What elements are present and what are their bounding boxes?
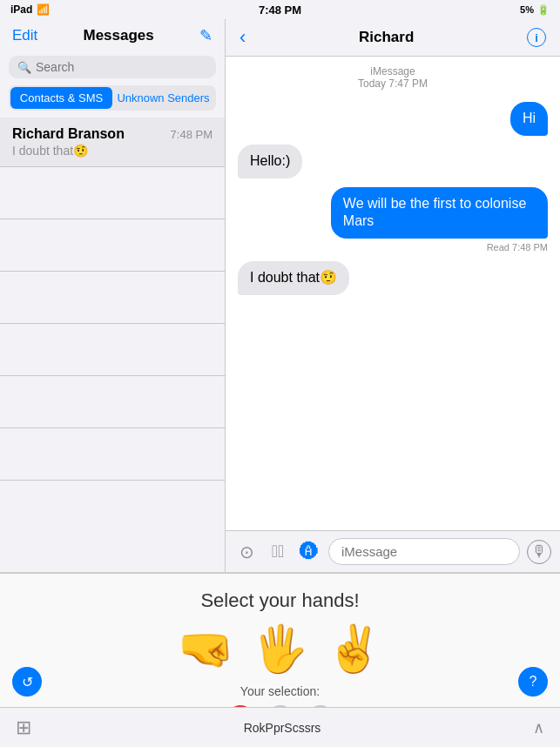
message-input-bar: ⊙ ♡⃝ 🅐 🎙 xyxy=(226,530,560,572)
conversation-item[interactable]: Richard Branson 7:48 PM I doubt that🤨 xyxy=(0,118,225,167)
main-layout: Edit Messages ✎ 🔍 Contacts & SMS Unknown… xyxy=(0,19,560,573)
app-name: RokPprScssrs xyxy=(244,721,321,735)
chevron-up-icon[interactable]: ∧ xyxy=(533,718,544,737)
conversation-preview: I doubt that🤨 xyxy=(12,144,213,158)
back-button[interactable]: ‹ xyxy=(240,26,246,49)
empty-row-2 xyxy=(0,219,225,272)
chat-title: Richard xyxy=(359,29,414,46)
messages-area: iMessageToday 7:47 PM Hi Hello:) We will… xyxy=(226,57,560,530)
tab-contacts-sms[interactable]: Contacts & SMS xyxy=(10,87,112,109)
message-bubble-incoming-hello: Hello:) xyxy=(238,145,302,178)
left-panel: Edit Messages ✎ 🔍 Contacts & SMS Unknown… xyxy=(0,19,226,572)
empty-row-1 xyxy=(0,167,225,219)
hands-row: 🤜 🖐 ✌️ xyxy=(178,622,382,676)
heart-finger-button[interactable]: ♡⃝ xyxy=(266,542,290,562)
wifi-icon: 📶 xyxy=(37,3,50,16)
battery-percent: 5% xyxy=(520,4,534,15)
search-bar: 🔍 xyxy=(9,56,216,78)
message-bubble-outgoing-mars: We will be the first to colonise Mars xyxy=(331,187,548,239)
right-panel: ‹ Richard i iMessageToday 7:47 PM Hi Hel… xyxy=(226,19,560,572)
chat-header: ‹ Richard i xyxy=(226,19,560,57)
status-bar: iPad 📶 7:48 PM 5% 🔋 xyxy=(0,0,560,19)
empty-row-5 xyxy=(0,376,225,428)
empty-row-6 xyxy=(0,428,225,481)
battery-icon: 🔋 xyxy=(537,4,550,16)
ipad-label: iPad xyxy=(10,3,32,16)
mic-button[interactable]: 🎙 xyxy=(527,540,551,564)
hand-peace[interactable]: ✌️ xyxy=(326,622,382,676)
messages-title: Messages xyxy=(84,27,154,44)
empty-row-4 xyxy=(0,324,225,376)
conversation-time: 7:48 PM xyxy=(171,128,213,141)
empty-row-3 xyxy=(0,272,225,324)
search-icon: 🔍 xyxy=(17,61,31,74)
app-bar: ⊞ RokPprScssrs ∧ xyxy=(0,707,560,747)
status-left: iPad 📶 xyxy=(10,3,50,16)
message-meta: iMessageToday 7:47 PM xyxy=(238,65,548,90)
conversation-list: Richard Branson 7:48 PM I doubt that🤨 xyxy=(0,118,225,572)
tab-unknown-senders[interactable]: Unknown Senders xyxy=(112,87,214,109)
edit-button[interactable]: Edit xyxy=(12,27,37,44)
imessage-input[interactable] xyxy=(328,538,520,565)
filter-tabs: Contacts & SMS Unknown Senders xyxy=(9,85,216,111)
compose-button[interactable]: ✎ xyxy=(199,26,213,45)
selection-label: Your selection: xyxy=(240,684,320,698)
hand-open[interactable]: 🖐 xyxy=(252,622,308,676)
app-store-button[interactable]: 🅐 xyxy=(297,541,321,563)
message-bubble-outgoing-hi: Hi xyxy=(510,102,548,136)
refresh-button[interactable]: ↺ xyxy=(12,667,42,697)
select-hands-title: Select your hands! xyxy=(200,589,359,612)
conversation-header: Richard Branson 7:48 PM xyxy=(12,126,213,142)
message-read-status: Read 7:48 PM xyxy=(238,242,548,252)
status-time: 7:48 PM xyxy=(259,3,301,17)
search-input[interactable] xyxy=(36,60,207,74)
help-button[interactable]: ? xyxy=(518,667,548,697)
messages-header: Edit Messages ✎ xyxy=(0,19,225,52)
conversation-name: Richard Branson xyxy=(12,126,125,142)
status-right: 5% 🔋 xyxy=(520,4,550,16)
camera-button[interactable]: ⊙ xyxy=(234,542,259,562)
hand-fist[interactable]: 🤜 xyxy=(178,622,234,676)
grid-icon[interactable]: ⊞ xyxy=(16,717,31,739)
info-button[interactable]: i xyxy=(527,28,546,47)
message-bubble-incoming-doubt: I doubt that🤨 xyxy=(238,261,349,295)
